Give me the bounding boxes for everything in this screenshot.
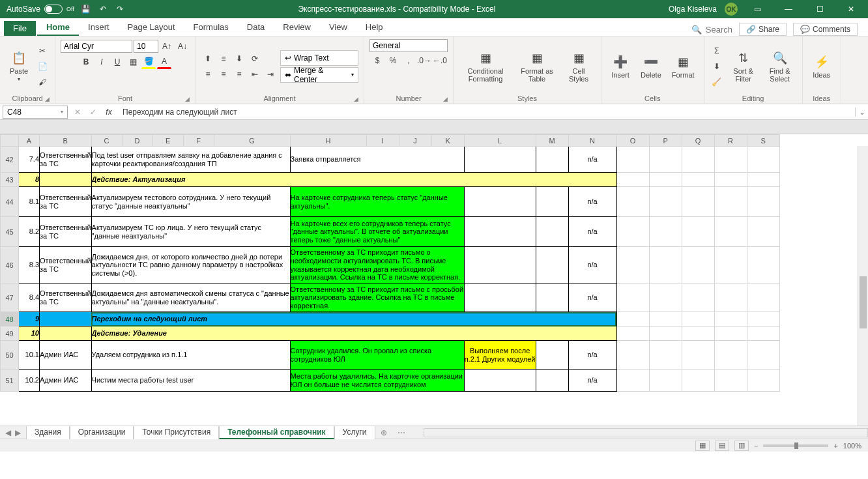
horizontal-scrollbar[interactable] xyxy=(424,428,869,437)
orientation-icon[interactable]: ⟳ xyxy=(248,51,262,66)
column-header[interactable]: G xyxy=(214,135,290,147)
cell[interactable]: n/a xyxy=(568,187,616,217)
decrease-decimal-icon[interactable]: ←.0 xyxy=(433,53,447,68)
comments-button[interactable]: 💬Comments xyxy=(793,23,858,36)
cell-styles-button[interactable]: ▦Cell Styles xyxy=(562,49,596,84)
paste-button[interactable]: 📋 Paste▾ xyxy=(5,49,33,83)
align-left-icon[interactable]: ≡ xyxy=(201,67,215,81)
formula-input[interactable]: Переходим на следующий лист xyxy=(119,106,855,118)
cell[interactable]: На карточке сотрудника теперь статус "да… xyxy=(290,187,464,217)
column-header[interactable]: N xyxy=(568,135,616,147)
percent-format-icon[interactable]: % xyxy=(386,53,400,68)
find-select-button[interactable]: 🔍Find & Select xyxy=(763,49,797,84)
file-tab[interactable]: File xyxy=(4,21,36,36)
menu-tab-data[interactable]: Data xyxy=(238,20,274,36)
cell[interactable]: n/a xyxy=(568,217,616,247)
fx-icon[interactable]: fx xyxy=(102,105,116,119)
cell[interactable]: n/a xyxy=(568,283,616,312)
clipboard-launcher-icon[interactable]: ◢ xyxy=(45,96,50,102)
zoom-slider[interactable] xyxy=(763,444,828,447)
cell[interactable]: Места работы удалились. На карточке орга… xyxy=(290,370,464,392)
menu-tab-page-layout[interactable]: Page Layout xyxy=(119,20,184,36)
fill-icon[interactable]: ⬇ xyxy=(710,59,724,74)
cell[interactable]: Дожидаемся дня, от которого количество д… xyxy=(91,247,290,283)
cell[interactable]: 7.4 xyxy=(19,147,40,173)
wrap-text-button[interactable]: ↩Wrap Text xyxy=(280,50,358,66)
sheet-tab[interactable]: Здания xyxy=(26,426,70,439)
share-button[interactable]: 🔗Share xyxy=(739,23,787,36)
zoom-in-icon[interactable]: + xyxy=(833,442,837,450)
sheet-tab[interactable]: Точки Присутствия xyxy=(134,426,219,439)
column-header[interactable]: F xyxy=(183,135,214,147)
cell[interactable]: Актуализируем тестового сотрудника. У не… xyxy=(91,187,290,217)
section-header-cell[interactable]: Действие: Актуализация xyxy=(91,173,616,187)
row-header[interactable]: 49 xyxy=(1,327,19,341)
column-header[interactable]: C xyxy=(91,135,122,147)
cell[interactable]: 8.3 xyxy=(19,247,40,283)
align-bottom-icon[interactable]: ⬇ xyxy=(232,51,246,66)
close-icon[interactable]: ✕ xyxy=(839,0,863,18)
column-header[interactable]: I xyxy=(366,135,399,147)
column-header[interactable]: J xyxy=(399,135,431,147)
insert-cells-button[interactable]: ➕Insert xyxy=(607,53,634,80)
menu-tab-review[interactable]: Review xyxy=(274,20,320,36)
column-header[interactable]: L xyxy=(464,135,536,147)
font-launcher-icon[interactable]: ◢ xyxy=(185,96,190,102)
sheet-tab[interactable]: Организации xyxy=(70,426,134,439)
cell[interactable]: Выполняем после п.2.1 Других модулей xyxy=(464,341,536,370)
menu-tab-insert[interactable]: Insert xyxy=(79,20,119,36)
format-as-table-button[interactable]: ▦Format as Table xyxy=(515,49,559,84)
menu-tab-help[interactable]: Help xyxy=(356,20,392,36)
row-header[interactable]: 45 xyxy=(1,217,19,247)
cell[interactable]: Заявка отправляется xyxy=(290,147,464,173)
row-header[interactable]: 44 xyxy=(1,187,19,217)
font-name-input[interactable] xyxy=(61,40,132,53)
column-header[interactable]: P xyxy=(649,135,682,147)
column-header[interactable]: B xyxy=(40,135,92,147)
enter-formula-icon[interactable]: ✓ xyxy=(86,105,100,119)
cell[interactable] xyxy=(536,247,568,283)
minimize-icon[interactable]: — xyxy=(777,0,800,18)
format-cells-button[interactable]: ▦Format xyxy=(668,53,699,80)
column-header[interactable]: D xyxy=(122,135,152,147)
column-header[interactable]: Q xyxy=(682,135,714,147)
cell[interactable] xyxy=(464,187,536,217)
column-header[interactable]: O xyxy=(616,135,649,147)
cell[interactable]: 8.2 xyxy=(19,217,40,247)
copy-icon[interactable]: 📄 xyxy=(35,59,50,74)
user-avatar[interactable]: OK xyxy=(725,3,738,16)
italic-button[interactable]: I xyxy=(94,55,109,69)
page-layout-view-icon[interactable]: ▤ xyxy=(715,441,729,451)
cell[interactable]: Чистим места работы test user xyxy=(91,370,290,392)
sheet-nav-next-icon[interactable]: ▶ xyxy=(15,428,21,437)
cell[interactable]: 8.1 xyxy=(19,187,40,217)
increase-indent-icon[interactable]: ⇥ xyxy=(263,67,278,81)
cell[interactable] xyxy=(536,341,568,370)
row-header[interactable]: 48 xyxy=(1,312,19,327)
cell[interactable]: Ответственный за ТС xyxy=(40,217,92,247)
cell[interactable]: Сотрудник удалился. Он пропал из списка … xyxy=(290,341,464,370)
cell[interactable] xyxy=(464,217,536,247)
cell[interactable]: n/a xyxy=(568,341,616,370)
row-header[interactable]: 51 xyxy=(1,370,19,392)
cell[interactable]: Удаляем сотрудника из п.1.1 xyxy=(91,341,290,370)
sheet-menu-icon[interactable]: ⋯ xyxy=(392,428,411,437)
ideas-button[interactable]: ⚡Ideas xyxy=(808,53,835,80)
menu-tab-formulas[interactable]: Formulas xyxy=(184,20,238,36)
conditional-formatting-button[interactable]: ▦Conditional Formatting xyxy=(459,49,512,84)
cell[interactable]: Под test user отправляем заявку на добав… xyxy=(91,147,290,173)
sheet-nav-prev-icon[interactable]: ◀ xyxy=(5,428,11,437)
section-header-cell[interactable]: Переходим на следующий лист xyxy=(91,312,616,327)
save-icon[interactable]: 💾 xyxy=(81,4,91,14)
undo-icon[interactable]: ↶ xyxy=(98,4,108,14)
expand-formula-icon[interactable]: ⌄ xyxy=(855,108,868,117)
sort-filter-button[interactable]: ⇅Sort & Filter xyxy=(727,49,760,84)
cell[interactable]: Ответственному за ТС приходит письмо с п… xyxy=(290,283,464,312)
number-launcher-icon[interactable]: ◢ xyxy=(443,96,448,102)
worksheet-grid[interactable]: ABCDEFGHIJKLMNOPQRS427.4Ответственный за… xyxy=(0,134,868,426)
merge-center-button[interactable]: ⬌Merge & Center▾ xyxy=(280,67,358,83)
alignment-launcher-icon[interactable]: ◢ xyxy=(354,96,358,102)
cell[interactable]: Ответственному за ТС приходит письмо о н… xyxy=(290,247,464,283)
cell[interactable] xyxy=(464,370,536,392)
cell[interactable]: Ответственный за ТС xyxy=(40,187,92,217)
